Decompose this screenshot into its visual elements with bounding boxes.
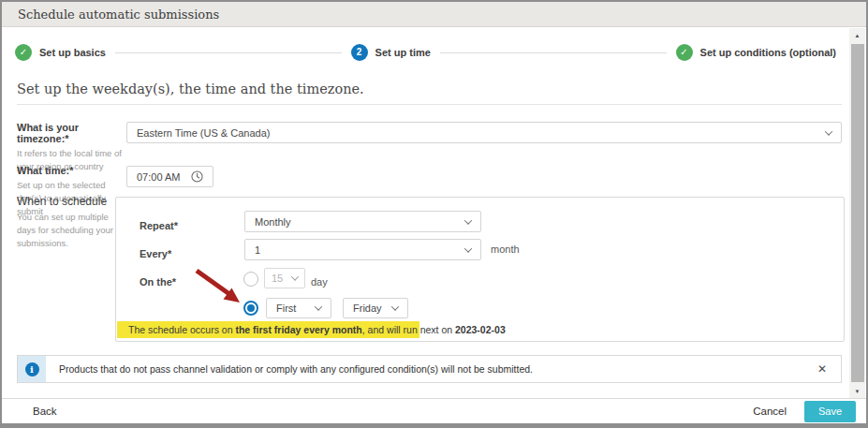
scroll-down-icon[interactable]: ▼	[849, 384, 865, 398]
summary-bold-date: 2023-02-03	[455, 324, 506, 335]
day-of-month-value: 15	[272, 273, 283, 284]
chevron-down-icon	[464, 216, 472, 224]
info-banner: i Products that do not pass channel vali…	[17, 355, 842, 383]
close-icon[interactable]: ✕	[817, 356, 827, 382]
clock-icon[interactable]	[191, 170, 203, 183]
time-value: 07:00 AM	[137, 171, 180, 183]
every-select[interactable]: 1	[244, 239, 481, 260]
stepper-connector	[440, 52, 667, 53]
ordinal-select[interactable]: First	[266, 298, 331, 318]
schedule-label-group: When to schedule You can set up multiple…	[17, 195, 122, 249]
summary-bold-phrase: the first friday every month	[235, 324, 361, 335]
summary-prefix: The schedule occurs on	[128, 324, 235, 335]
every-value: 1	[255, 244, 260, 256]
timezone-label: What is your timezone:*	[17, 122, 122, 144]
day-of-month-select[interactable]: 15	[264, 268, 305, 288]
step-set-up-time[interactable]: 2 Set up time	[351, 44, 431, 61]
step-set-up-conditions[interactable]: ✓ Set up conditions (optional)	[676, 44, 836, 61]
scroll-up-icon[interactable]: ▲	[849, 28, 865, 42]
chevron-down-icon	[825, 127, 832, 135]
step-label: Set up time	[375, 47, 431, 58]
timezone-select[interactable]: Eastern Time (US & Canada)	[126, 122, 842, 143]
every-unit-label: month	[491, 244, 520, 255]
chevron-down-icon	[291, 273, 299, 280]
day-unit-label: day	[311, 276, 328, 288]
timezone-value: Eastern Time (US & Canada)	[137, 127, 270, 139]
repeat-value: Monthly	[255, 216, 291, 228]
repeat-select[interactable]: Monthly	[244, 211, 481, 232]
weekday-radio-selected[interactable]	[243, 301, 258, 316]
every-label: Every*	[140, 248, 171, 259]
scrollbar-thumb[interactable]	[851, 44, 864, 382]
weekday-select[interactable]: Friday	[343, 298, 408, 318]
step-done-check-icon: ✓	[15, 44, 32, 61]
info-icon-cell: i	[18, 356, 46, 382]
step-label: Set up basics	[39, 47, 106, 58]
weekday-value: Friday	[353, 303, 382, 314]
dialog-footer: Back Cancel Save	[2, 398, 866, 423]
dialog-title: Schedule automatic submissions	[18, 7, 219, 22]
info-banner-text: Products that do not pass channel valida…	[59, 356, 817, 382]
section-heading: Set up the weekday(s), the time and the …	[17, 81, 364, 96]
dialog-titlebar: Schedule automatic submissions	[2, 2, 866, 27]
day-of-month-radio[interactable]	[243, 272, 258, 287]
chevron-down-icon	[315, 303, 322, 310]
step-done-check-icon: ✓	[676, 44, 693, 61]
repeat-label: Repeat*	[140, 220, 178, 231]
info-icon: i	[25, 362, 39, 376]
ordinal-value: First	[276, 303, 296, 314]
schedule-dialog: Schedule automatic submissions ✓ Set up …	[0, 0, 868, 428]
step-set-up-basics[interactable]: ✓ Set up basics	[15, 44, 106, 61]
time-label: What time:*	[17, 165, 122, 176]
on-the-label: On the*	[140, 276, 176, 288]
stepper-connector	[115, 52, 342, 53]
back-button[interactable]: Back	[33, 406, 57, 417]
summary-middle: , and will run next on	[362, 324, 455, 335]
step-number-badge: 2	[351, 44, 368, 61]
save-button[interactable]: Save	[804, 401, 856, 422]
chevron-down-icon	[464, 244, 472, 252]
time-input[interactable]: 07:00 AM	[126, 166, 213, 187]
section-divider	[17, 104, 842, 105]
schedule-summary-highlight: The schedule occurs on the first friday …	[117, 321, 419, 338]
wizard-stepper: ✓ Set up basics 2 Set up time ✓ Set up c…	[15, 41, 836, 64]
step-label: Set up conditions (optional)	[700, 47, 836, 58]
vertical-scrollbar[interactable]: ▲ ▼	[849, 28, 865, 398]
chevron-down-icon	[391, 303, 399, 310]
schedule-label: When to schedule	[17, 195, 122, 208]
schedule-settings-box: Repeat* Monthly Every* 1 month On the* 1…	[115, 197, 845, 342]
cancel-button[interactable]: Cancel	[753, 406, 787, 417]
schedule-helper: You can set up multiple days for schedul…	[17, 211, 122, 249]
